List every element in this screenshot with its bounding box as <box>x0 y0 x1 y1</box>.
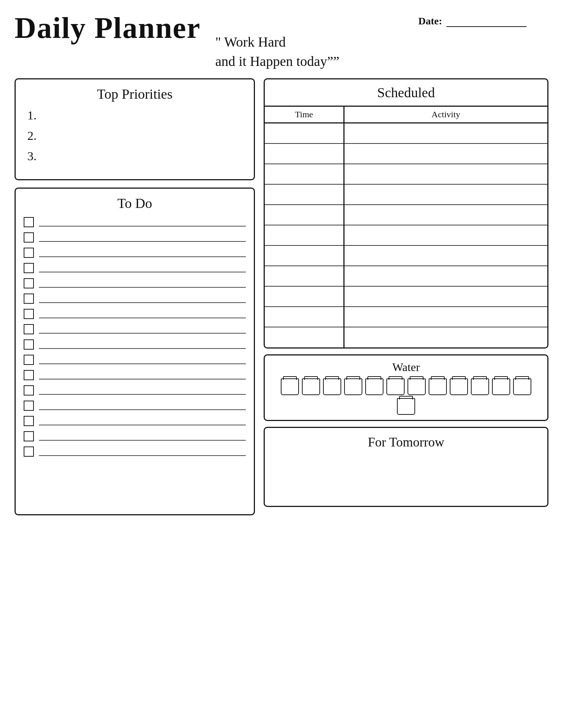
table-row <box>265 164 547 184</box>
header: Daily Planner Date: " Work Hard and it H… <box>15 11 548 71</box>
water-cup-13[interactable] <box>397 398 415 415</box>
scheduled-title: Scheduled <box>265 79 547 107</box>
water-cup-6[interactable] <box>386 378 405 395</box>
todo-item <box>24 263 246 273</box>
table-row <box>265 184 547 205</box>
todo-line <box>39 264 246 272</box>
activity-cell <box>344 123 547 143</box>
todo-line <box>39 310 246 318</box>
date-line: Date: <box>418 15 527 27</box>
time-cell <box>265 164 344 184</box>
todo-line <box>39 248 246 257</box>
water-cup-4[interactable] <box>344 378 362 395</box>
time-cell <box>265 225 344 245</box>
todo-checkbox[interactable] <box>24 370 34 380</box>
date-label: Date: <box>418 15 442 27</box>
todo-checkbox[interactable] <box>24 309 34 319</box>
todo-line <box>39 325 246 334</box>
water-cups-row <box>271 378 541 415</box>
quote-text: " Work Hard and it Happen today”” <box>215 32 339 71</box>
todo-line <box>39 417 246 425</box>
water-cup-7[interactable] <box>408 378 426 395</box>
tomorrow-section: For Tomorrow <box>264 427 548 507</box>
time-cell <box>265 205 344 225</box>
activity-cell <box>344 327 547 347</box>
water-cup-8[interactable] <box>429 378 447 395</box>
todo-checkbox[interactable] <box>24 431 34 441</box>
todo-checkbox[interactable] <box>24 263 34 273</box>
todo-item <box>24 324 246 334</box>
todo-item <box>24 431 246 441</box>
todo-line <box>39 279 246 288</box>
activity-cell <box>344 184 547 205</box>
todo-item <box>24 401 246 411</box>
scheduled-table: Time Activity <box>265 107 547 347</box>
water-cup-10[interactable] <box>471 378 489 395</box>
water-title: Water <box>271 361 541 374</box>
water-cup-1[interactable] <box>281 378 299 395</box>
time-column-header: Time <box>265 107 344 123</box>
water-cup-12[interactable] <box>513 378 531 395</box>
activity-cell <box>344 307 547 327</box>
time-cell <box>265 184 344 205</box>
table-row <box>265 286 547 307</box>
todo-checkbox[interactable] <box>24 401 34 411</box>
activity-cell <box>344 286 547 307</box>
time-cell <box>265 327 344 347</box>
time-cell <box>265 123 344 143</box>
todo-checkbox[interactable] <box>24 278 34 288</box>
table-row <box>265 266 547 286</box>
todo-section: To Do <box>15 188 255 515</box>
todo-item <box>24 355 246 365</box>
water-cup-3[interactable] <box>323 378 341 395</box>
todo-item <box>24 232 246 243</box>
time-cell <box>265 245 344 266</box>
todo-checkbox[interactable] <box>24 217 34 227</box>
todo-checkbox[interactable] <box>24 355 34 365</box>
priorities-title: Top Priorities <box>24 86 246 102</box>
quote-date-block: Date: " Work Hard and it Happen today”” <box>215 11 548 71</box>
activity-cell <box>344 266 547 286</box>
activity-cell <box>344 164 547 184</box>
water-cup-5[interactable] <box>365 378 383 395</box>
todo-item <box>24 370 246 380</box>
todo-line <box>39 447 246 456</box>
water-cup-11[interactable] <box>492 378 510 395</box>
todo-item <box>24 294 246 304</box>
date-underline <box>446 15 527 27</box>
todo-item <box>24 248 246 258</box>
tomorrow-title: For Tomorrow <box>273 434 539 453</box>
quote-line1: " Work Hard <box>215 34 286 50</box>
activity-column-header: Activity <box>344 107 547 123</box>
todo-checkbox[interactable] <box>24 339 34 350</box>
priorities-section: Top Priorities 1. 2. 3. <box>15 78 255 180</box>
todo-checkbox[interactable] <box>24 294 34 304</box>
page-title: Daily Planner <box>15 11 201 45</box>
todo-line <box>39 386 246 395</box>
water-cup-2[interactable] <box>302 378 320 395</box>
todo-line <box>39 401 246 410</box>
time-cell <box>265 307 344 327</box>
scheduled-section: Scheduled Time Activity <box>264 78 548 349</box>
todo-item <box>24 217 246 227</box>
todo-line <box>39 371 246 379</box>
water-cup-9[interactable] <box>450 378 468 395</box>
todo-checkbox[interactable] <box>24 385 34 396</box>
todo-checkbox[interactable] <box>24 248 34 258</box>
table-row <box>265 143 547 164</box>
todo-item <box>24 446 246 457</box>
todo-item <box>24 385 246 396</box>
table-row <box>265 123 547 143</box>
todo-line <box>39 432 246 441</box>
todo-checkbox[interactable] <box>24 232 34 243</box>
todo-list <box>24 217 246 457</box>
todo-title: To Do <box>24 195 246 211</box>
activity-cell <box>344 205 547 225</box>
todo-checkbox[interactable] <box>24 446 34 457</box>
time-cell <box>265 286 344 307</box>
todo-checkbox[interactable] <box>24 324 34 334</box>
todo-checkbox[interactable] <box>24 416 34 426</box>
table-row <box>265 205 547 225</box>
time-cell <box>265 266 344 286</box>
table-row <box>265 327 547 347</box>
